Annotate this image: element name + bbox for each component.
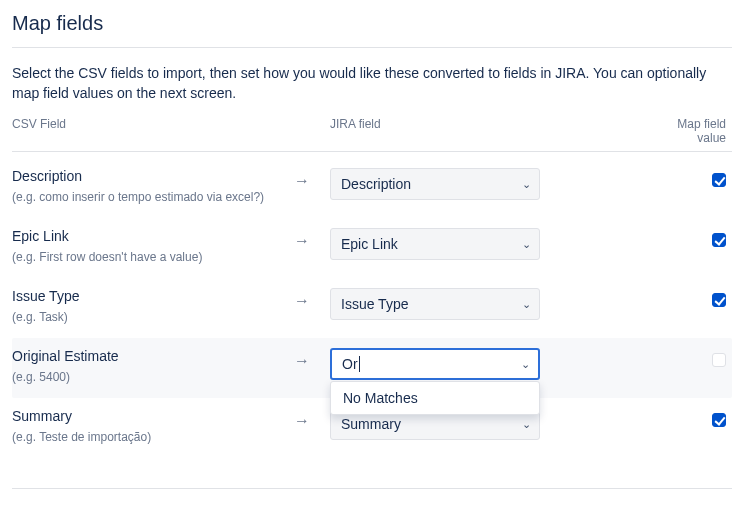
chevron-down-icon: ⌄ (522, 178, 531, 191)
jira-field-select[interactable]: Epic Link ⌄ (330, 228, 540, 260)
jira-field-value: Epic Link (341, 236, 398, 252)
jira-field-value: Issue Type (341, 296, 408, 312)
autocomplete-dropdown[interactable]: No Matches (330, 381, 540, 415)
csv-field-example: (e.g. como inserir o tempo estimado via … (12, 190, 284, 204)
text-cursor (359, 356, 360, 372)
jira-field-select[interactable]: Issue Type ⌄ (330, 288, 540, 320)
arrow-icon: → (294, 412, 310, 429)
map-field-checkbox[interactable] (712, 173, 726, 187)
divider (12, 488, 732, 489)
arrow-icon: → (294, 292, 310, 309)
chevron-down-icon: ⌄ (522, 238, 531, 251)
table-row: Epic Link (e.g. First row doesn't have a… (12, 218, 732, 278)
csv-field-name: Description (12, 168, 284, 184)
csv-field-example: (e.g. 5400) (12, 370, 284, 384)
divider (12, 47, 732, 48)
arrow-icon: → (294, 352, 310, 369)
table-row: Original Estimate (e.g. 5400) → Or ⌄ No … (12, 338, 732, 398)
jira-field-value: Description (341, 176, 411, 192)
arrow-icon: → (294, 172, 310, 189)
table-row: Description (e.g. como inserir o tempo e… (12, 158, 732, 218)
page-title: Map fields (12, 12, 732, 35)
table-header: CSV Field JIRA field Map field value (12, 117, 732, 152)
chevron-down-icon: ⌄ (522, 298, 531, 311)
jira-field-combobox[interactable]: Or ⌄ (330, 348, 540, 380)
csv-field-example: (e.g. Teste de importação) (12, 430, 284, 444)
csv-field-name: Issue Type (12, 288, 284, 304)
map-field-checkbox[interactable] (712, 293, 726, 307)
csv-field-name: Original Estimate (12, 348, 284, 364)
csv-field-example: (e.g. First row doesn't have a value) (12, 250, 284, 264)
chevron-down-icon: ⌄ (522, 418, 531, 431)
arrow-icon: → (294, 232, 310, 249)
jira-field-value: Summary (341, 416, 401, 432)
column-csv-field: CSV Field (12, 117, 294, 131)
jira-field-typed-value: Or (342, 356, 358, 372)
jira-field-select[interactable]: Description ⌄ (330, 168, 540, 200)
csv-field-name: Summary (12, 408, 284, 424)
map-field-checkbox[interactable] (712, 413, 726, 427)
dropdown-no-matches: No Matches (343, 390, 418, 406)
column-map-value: Map field value (646, 117, 732, 145)
map-field-checkbox[interactable] (712, 233, 726, 247)
chevron-down-icon: ⌄ (521, 358, 530, 371)
map-field-checkbox[interactable] (712, 353, 726, 367)
csv-field-example: (e.g. Task) (12, 310, 284, 324)
csv-field-name: Epic Link (12, 228, 284, 244)
column-jira-field: JIRA field (330, 117, 646, 131)
page-description: Select the CSV fields to import, then se… (12, 64, 732, 103)
table-row: Issue Type (e.g. Task) → Issue Type ⌄ (12, 278, 732, 338)
